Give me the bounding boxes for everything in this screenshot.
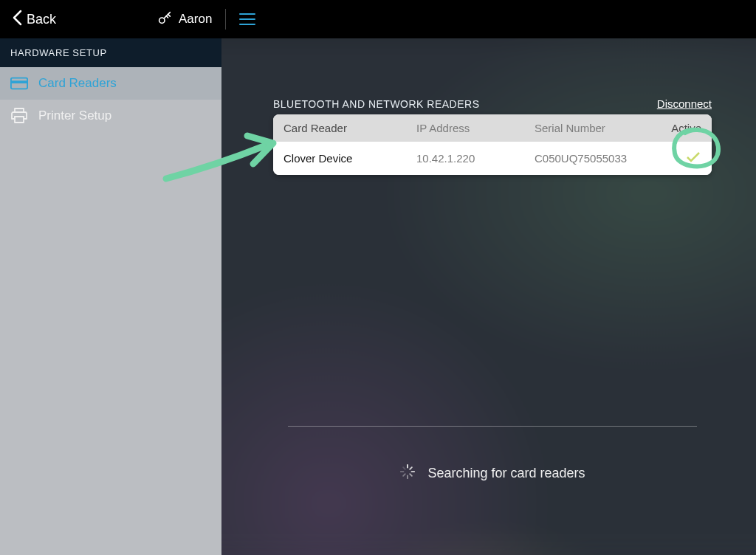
cell-reader-name: Clover Device	[284, 152, 416, 165]
app-frame: Back Aaron HARDWARE SETUP Card Readers P…	[0, 0, 756, 555]
svg-line-12	[404, 467, 406, 469]
sidebar: HARDWARE SETUP Card Readers Printer Setu…	[0, 38, 221, 555]
readers-table: Card Reader IP Address Serial Number Act…	[273, 114, 712, 175]
table-row[interactable]: Clover Device 10.42.1.220 C050UQ75055033	[273, 142, 712, 175]
key-icon	[157, 10, 173, 30]
divider	[288, 426, 697, 427]
chevron-left-icon	[12, 10, 22, 30]
divider	[225, 9, 226, 30]
searching-status: Searching for card readers	[273, 463, 712, 483]
sidebar-item-label: Printer Setup	[38, 108, 111, 123]
back-button[interactable]: Back	[0, 0, 68, 38]
cell-reader-serial: C050UQ75055033	[535, 152, 657, 165]
svg-rect-4	[15, 117, 24, 123]
svg-line-8	[410, 474, 413, 476]
column-header-active: Active	[657, 122, 701, 134]
back-label: Back	[27, 12, 56, 27]
column-header-ip: IP Address	[416, 122, 535, 134]
main-panel: BLUETOOTH AND NETWORK READERS Disconnect…	[221, 38, 756, 555]
sidebar-heading: HARDWARE SETUP	[0, 38, 221, 67]
sidebar-item-label: Card Readers	[38, 76, 117, 91]
spinner-icon	[399, 463, 416, 483]
section-header: BLUETOOTH AND NETWORK READERS Disconnect	[273, 97, 712, 110]
svg-rect-2	[11, 80, 27, 83]
check-icon	[685, 154, 701, 166]
top-bar: Back Aaron	[0, 0, 756, 38]
printer-icon	[10, 108, 28, 123]
card-reader-icon	[10, 76, 28, 91]
svg-line-10	[404, 474, 406, 476]
user-indicator[interactable]: Aaron	[157, 10, 212, 30]
username-label: Aaron	[179, 12, 212, 27]
menu-button[interactable]	[239, 13, 255, 25]
searching-label: Searching for card readers	[427, 466, 585, 481]
cell-reader-ip: 10.42.1.220	[416, 152, 535, 165]
disconnect-link[interactable]: Disconnect	[657, 97, 712, 110]
svg-line-6	[410, 467, 413, 469]
column-header-serial: Serial Number	[535, 122, 657, 134]
section-title: BLUETOOTH AND NETWORK READERS	[273, 98, 480, 110]
cell-reader-active	[657, 151, 701, 166]
column-header-name: Card Reader	[284, 122, 416, 134]
table-header: Card Reader IP Address Serial Number Act…	[273, 114, 712, 142]
sidebar-item-printer-setup[interactable]: Printer Setup	[0, 100, 221, 132]
sidebar-item-card-readers[interactable]: Card Readers	[0, 67, 221, 100]
